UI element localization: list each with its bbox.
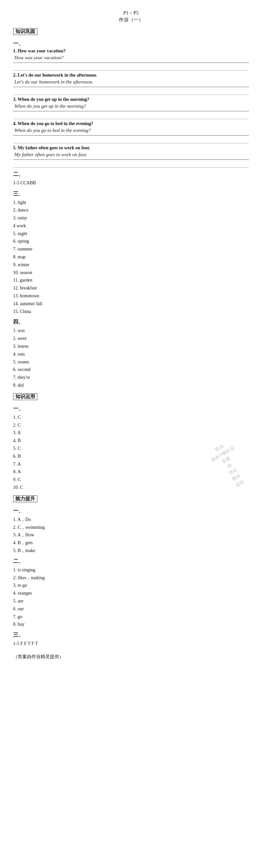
list-item: 6. our bbox=[13, 605, 249, 613]
list-item: 1. light bbox=[13, 199, 249, 207]
list-item: 8. map bbox=[13, 253, 249, 261]
list-item: 4 work bbox=[13, 222, 249, 230]
list-item: 8. A bbox=[13, 468, 249, 476]
list-item: 14. autumn/ fall bbox=[13, 300, 249, 308]
question-4-handwriting: When do you go to bed in the evening? bbox=[13, 127, 249, 135]
list-item: 6. B bbox=[13, 453, 249, 460]
question-3-handwriting: When do you get up in the morning? bbox=[13, 103, 249, 111]
question-5: 5. My father often goes to work on foot.… bbox=[13, 145, 249, 168]
list-item: 10. season bbox=[13, 269, 249, 277]
list-item: 1. A，Do bbox=[13, 516, 249, 524]
part7-label: 二、 bbox=[13, 558, 249, 565]
list-item: 5. night bbox=[13, 230, 249, 238]
question-1-text: 1. How was your vacation? bbox=[13, 49, 249, 54]
section-application-header: 知识运用 bbox=[13, 393, 37, 400]
part4-list: 1. was2. were3. learns4. eats5. rooms6. … bbox=[13, 327, 249, 389]
question-2-handwriting: Let's do our homework in the afternoon. bbox=[13, 79, 249, 87]
list-item: 2. C，swimming bbox=[13, 524, 249, 531]
list-item: 6. spring bbox=[13, 237, 249, 245]
question-2-text: 2. Let's do our homework in the afternoo… bbox=[13, 73, 249, 78]
list-item: 5. rooms bbox=[13, 358, 249, 366]
part7-list: 1. is singing2. likes，making3. to go4. o… bbox=[13, 566, 249, 628]
list-item: 1. is singing bbox=[13, 566, 249, 574]
section-ability-header: 能力提升 bbox=[13, 495, 37, 502]
list-item: 3. A bbox=[13, 429, 249, 437]
list-item: 6. second bbox=[13, 366, 249, 374]
list-item: 5. are bbox=[13, 597, 249, 605]
question-3-text: 3. When do you get up in the morning? bbox=[13, 97, 249, 102]
list-item: 3. learns bbox=[13, 342, 249, 350]
list-item: 15. China bbox=[13, 308, 249, 316]
list-item: 1. C bbox=[13, 413, 249, 422]
part4-label: 四、 bbox=[13, 318, 249, 326]
part5-list: 1. C2. C3. A4. B5. C6. B7. A8. A9. C10. … bbox=[13, 413, 249, 492]
list-item: 13. hometown bbox=[13, 292, 249, 300]
list-item: 4. eats bbox=[13, 350, 249, 358]
question-1-line2 bbox=[13, 64, 249, 71]
footer: （答案由作业精灵提供） bbox=[13, 653, 249, 661]
list-item: 5. B，make bbox=[13, 547, 249, 555]
list-item: 8. buy bbox=[13, 620, 249, 628]
list-item: 12. breakfast bbox=[13, 284, 249, 292]
list-item: 3. to go bbox=[13, 582, 249, 589]
question-5-handwriting: My father often goes to work on foot. bbox=[13, 151, 249, 160]
list-item: 9. winter bbox=[13, 261, 249, 269]
list-item: 2. C bbox=[13, 422, 249, 429]
list-item: 7. summer bbox=[13, 245, 249, 253]
part6-list: 1. A，Do2. C，swimming3. A，How4. B，gets5. … bbox=[13, 516, 249, 555]
list-item: 2. dance bbox=[13, 206, 249, 214]
list-item: 4. B，gets bbox=[13, 539, 249, 547]
list-item: 1. was bbox=[13, 327, 249, 335]
part2-answer: 1-5 CCABB bbox=[13, 179, 249, 187]
question-4-text: 4. When do you go to bed in the evening? bbox=[13, 121, 249, 126]
part2-label: 二、 bbox=[13, 171, 249, 178]
list-item: 4. B bbox=[13, 437, 249, 445]
question-2-line2 bbox=[13, 88, 249, 95]
page-subtitle: 作业（一） bbox=[13, 17, 249, 23]
list-item: 2. likes，making bbox=[13, 574, 249, 582]
part8-label: 三、 bbox=[13, 631, 249, 639]
page-title: P1－P5 bbox=[13, 10, 249, 16]
list-item: 2. were bbox=[13, 335, 249, 342]
question-2: 2. Let's do our homework in the afternoo… bbox=[13, 73, 249, 95]
question-1: 1. How was your vacation? How was your v… bbox=[13, 49, 249, 71]
list-item: 3. A，How bbox=[13, 531, 249, 539]
part3-label: 三、 bbox=[13, 191, 249, 197]
question-3: 3. When do you get up in the morning? Wh… bbox=[13, 97, 249, 119]
list-item: 7. they're bbox=[13, 374, 249, 381]
list-item: 9. C bbox=[13, 476, 249, 484]
list-item: 5. C bbox=[13, 445, 249, 453]
question-1-handwriting: How was your vacation? bbox=[13, 54, 249, 63]
list-item: 1-5 F F T F T bbox=[13, 640, 249, 648]
part5-label: 一、 bbox=[13, 405, 249, 412]
question-5-text: 5. My father often goes to work on foot. bbox=[13, 145, 249, 151]
part3-list: 1. light2. dance3. rainy4 work5. night6.… bbox=[13, 199, 249, 316]
list-item: 7. A bbox=[13, 460, 249, 468]
question-5-line2 bbox=[13, 160, 249, 168]
part6-label: 一、 bbox=[13, 507, 249, 515]
part8-list: 1-5 F F T F T bbox=[13, 640, 249, 648]
list-item: 10. C bbox=[13, 484, 249, 492]
section-knowledge-header: 知识巩固 bbox=[13, 28, 37, 35]
question-3-line2 bbox=[13, 112, 249, 119]
list-item: 7. go bbox=[13, 613, 249, 621]
question-4-line2 bbox=[13, 136, 249, 144]
list-item: 4. oranges bbox=[13, 589, 249, 597]
list-item: 11. garden bbox=[13, 276, 249, 284]
part1-label: 一、 bbox=[13, 40, 249, 47]
list-item: 8. did bbox=[13, 381, 249, 389]
question-4: 4. When do you go to bed in the evening?… bbox=[13, 121, 249, 144]
list-item: 3. rainy bbox=[13, 214, 249, 222]
